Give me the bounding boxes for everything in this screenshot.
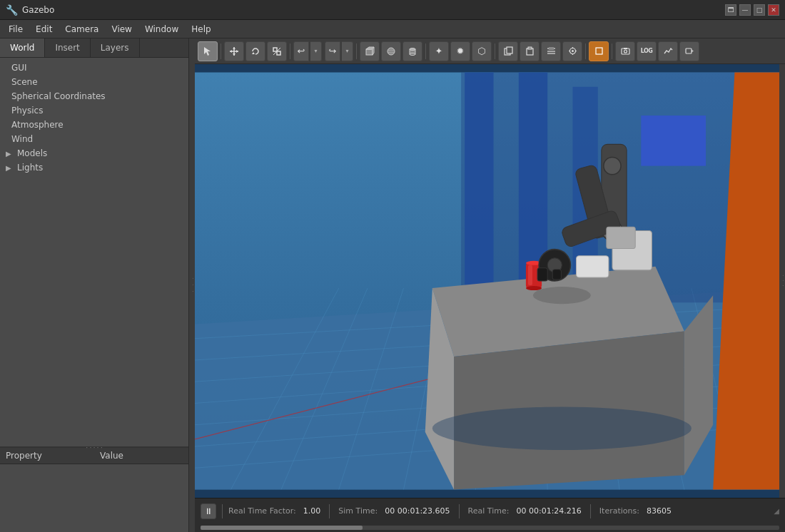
shape-icon xyxy=(594,46,604,56)
real-time-label: Real Time: xyxy=(468,506,510,516)
screenshot-btn[interactable] xyxy=(615,41,635,61)
pt-light-btn[interactable]: ✹ xyxy=(450,41,470,61)
tree-item-models[interactable]: ▶ Models xyxy=(0,146,188,160)
iter-value: 83605 xyxy=(647,506,672,516)
tab-world[interactable]: World xyxy=(0,39,45,57)
select-mode-btn[interactable] xyxy=(198,41,218,61)
rtf-value: 1.00 xyxy=(303,506,321,516)
box-btn[interactable] xyxy=(360,41,380,61)
menu-view[interactable]: View xyxy=(106,22,137,36)
svg-rect-26 xyxy=(549,47,554,50)
menu-camera[interactable]: Camera xyxy=(59,22,104,36)
pause-btn[interactable]: ⏸ xyxy=(201,503,216,519)
svg-rect-34 xyxy=(622,48,629,54)
app-icon: 🔧 xyxy=(6,4,18,16)
tree-item-scene[interactable]: Scene xyxy=(0,75,188,89)
tree-item-spherical[interactable]: Spherical Coordinates xyxy=(0,89,188,103)
undo-btn[interactable]: ↩ xyxy=(293,41,309,61)
svg-point-28 xyxy=(572,50,574,52)
svg-point-18 xyxy=(410,53,415,55)
handle-dots: · · · xyxy=(779,275,786,287)
scale-icon xyxy=(272,46,282,56)
paste-btn[interactable] xyxy=(520,41,540,61)
property-col-header: Property xyxy=(0,448,94,464)
svg-point-17 xyxy=(410,48,415,50)
rotate-mode-btn[interactable] xyxy=(245,41,265,61)
svg-marker-38 xyxy=(692,50,694,52)
status-sep3 xyxy=(459,504,460,518)
viewport-right-handle[interactable]: · · · xyxy=(779,64,785,498)
tree-label-scene: Scene xyxy=(11,77,38,87)
resize-handle[interactable]: · · · · · xyxy=(0,446,188,450)
svg-marker-4 xyxy=(233,53,236,56)
svg-point-80 xyxy=(604,158,621,175)
progress-bar-container[interactable] xyxy=(201,526,779,530)
record-icon xyxy=(685,46,694,56)
plot-icon xyxy=(664,46,673,56)
translate-mode-btn[interactable] xyxy=(224,41,244,61)
cursor-icon xyxy=(203,46,213,56)
svg-point-35 xyxy=(624,50,627,53)
copy-btn[interactable] xyxy=(498,41,518,61)
viewport-container: ↩ ▾ ↪ ▾ xyxy=(195,39,785,532)
snap-btn[interactable] xyxy=(562,41,582,61)
spot-light-btn[interactable]: ⬡ xyxy=(472,41,492,61)
record-btn[interactable] xyxy=(679,41,699,61)
panel-resize-handle[interactable]: · · · xyxy=(189,39,195,532)
left-panel: World Insert Layers GUI Scene Spherical … xyxy=(0,39,189,532)
align-btn[interactable] xyxy=(541,41,561,61)
undo-dropdown[interactable]: ▾ xyxy=(310,41,322,61)
menu-file[interactable]: File xyxy=(3,22,29,36)
world-tree: GUI Scene Spherical Coordinates Physics … xyxy=(0,58,188,446)
svg-rect-33 xyxy=(596,48,602,54)
tree-label-models: Models xyxy=(17,148,47,158)
tree-item-gui[interactable]: GUI xyxy=(0,61,188,75)
status-sep4 xyxy=(590,504,591,518)
svg-marker-0 xyxy=(204,47,211,56)
cylinder-btn[interactable] xyxy=(402,41,422,61)
iter-label: Iterations: xyxy=(599,506,639,516)
svg-marker-5 xyxy=(230,50,232,53)
svg-point-76 xyxy=(533,287,591,304)
tree-item-atmosphere[interactable]: Atmosphere xyxy=(0,118,188,132)
redo-dropdown[interactable]: ▾ xyxy=(342,41,353,61)
sep7 xyxy=(612,44,612,59)
titlebar: 🔧 Gazebo 🗖 — □ ✕ xyxy=(0,0,785,20)
tab-insert[interactable]: Insert xyxy=(45,39,90,57)
viewport[interactable]: · · · xyxy=(195,64,785,498)
menu-help[interactable]: Help xyxy=(186,22,216,36)
app-title: Gazebo xyxy=(22,5,54,15)
sim-time-label: Sim Time: xyxy=(338,506,378,516)
models-arrow-icon: ▶ xyxy=(6,150,14,158)
svg-rect-22 xyxy=(528,47,532,49)
paste-icon xyxy=(525,46,535,56)
maximize-btn[interactable]: □ xyxy=(754,4,765,16)
sphere-btn[interactable] xyxy=(381,41,401,61)
menu-edit[interactable]: Edit xyxy=(30,22,58,36)
plot-btn[interactable] xyxy=(658,41,678,61)
minimize-btn[interactable]: — xyxy=(739,4,751,16)
tree-item-physics[interactable]: Physics xyxy=(0,103,188,118)
titlebar-controls: 🗖 — □ ✕ xyxy=(725,4,779,16)
menu-window[interactable]: Window xyxy=(139,22,184,36)
svg-point-14 xyxy=(388,48,395,55)
scale-mode-btn[interactable] xyxy=(267,41,287,61)
toolbar: ↩ ▾ ↪ ▾ xyxy=(195,39,785,64)
sep1 xyxy=(221,44,221,59)
svg-marker-6 xyxy=(236,50,238,53)
tree-label-spherical: Spherical Coordinates xyxy=(11,91,106,101)
rtf-label: Real Time Factor: xyxy=(228,506,296,516)
progress-row xyxy=(195,523,785,532)
tree-item-wind[interactable]: Wind xyxy=(0,132,188,146)
shape-active-btn[interactable] xyxy=(589,41,609,61)
tab-layers[interactable]: Layers xyxy=(91,39,140,57)
dir-light-btn[interactable]: ✦ xyxy=(429,41,449,61)
tree-item-lights[interactable]: ▶ Lights xyxy=(0,160,188,175)
svg-rect-11 xyxy=(366,49,373,55)
svg-rect-20 xyxy=(507,47,512,53)
log-btn[interactable]: LOG xyxy=(637,41,657,61)
restore-btn[interactable]: 🗖 xyxy=(725,4,736,16)
svg-marker-13 xyxy=(373,47,374,55)
redo-btn[interactable]: ↪ xyxy=(325,41,340,61)
close-btn[interactable]: ✕ xyxy=(768,4,779,16)
